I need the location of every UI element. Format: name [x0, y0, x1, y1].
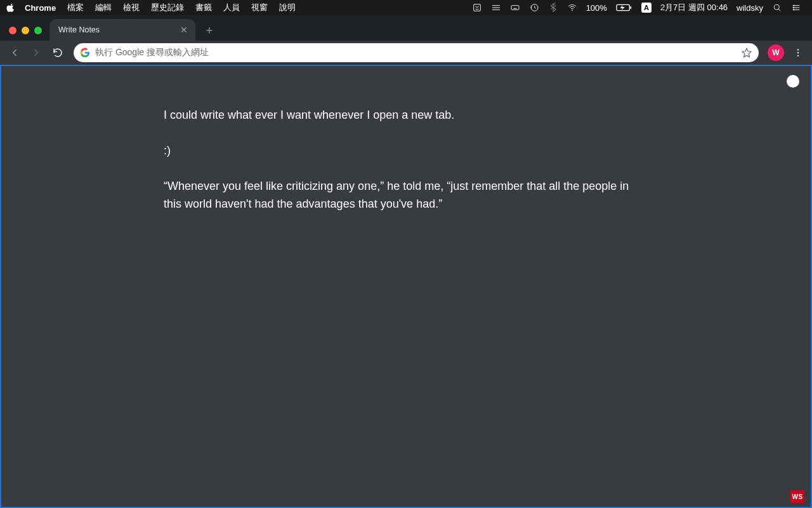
svg-point-12 [797, 55, 799, 56]
corner-badge[interactable]: WS [790, 490, 804, 503]
address-bar[interactable]: 執行 Google 搜尋或輸入網址 [74, 43, 759, 62]
bookmark-star-icon[interactable] [741, 47, 752, 58]
browser-tab-active[interactable]: Write Notes ✕ [49, 19, 195, 41]
new-tab-button[interactable]: ＋ [200, 21, 218, 39]
control-center-icon[interactable] [787, 3, 806, 13]
menu-edit[interactable]: 編輯 [89, 2, 117, 13]
note-paragraph: :) [164, 142, 648, 160]
spotlight-icon[interactable] [768, 3, 787, 13]
battery-icon[interactable] [612, 3, 637, 12]
menu-help[interactable]: 說明 [273, 2, 301, 13]
time-machine-icon[interactable] [525, 3, 544, 13]
theme-toggle-button[interactable] [787, 75, 799, 88]
menubar-username[interactable]: wildsky [732, 3, 768, 13]
window-controls [9, 27, 42, 34]
status-indicator-icon[interactable] [468, 3, 487, 13]
browser-toolbar: 執行 Google 搜尋或輸入網址 W [0, 41, 812, 65]
battery-percent[interactable]: 100% [582, 3, 612, 13]
page-viewport: I could write what ever I want whenever … [0, 65, 812, 508]
menu-file[interactable]: 檔案 [62, 2, 89, 13]
macos-menubar: Chrome 檔案 編輯 檢視 歷史記錄 書籤 人員 視窗 說明 100% [0, 0, 812, 15]
menu-view[interactable]: 檢視 [117, 2, 145, 13]
wifi-icon[interactable] [563, 3, 582, 13]
menu-bookmarks[interactable]: 書籤 [190, 2, 218, 13]
google-icon [80, 48, 90, 58]
note-editor[interactable]: I could write what ever I want whenever … [164, 107, 648, 231]
chrome-window: Write Notes ✕ ＋ 執行 Google 搜尋或輸入網址 [0, 15, 812, 508]
window-minimize-button[interactable] [22, 27, 29, 34]
window-close-button[interactable] [9, 27, 16, 34]
svg-point-3 [572, 10, 573, 11]
tab-close-button[interactable]: ✕ [179, 25, 189, 35]
svg-point-10 [797, 49, 799, 50]
menubar-datetime[interactable]: 2月7日 週四 00:46 [656, 2, 732, 13]
status-lines-icon[interactable] [487, 3, 506, 13]
nav-forward-button[interactable] [27, 43, 46, 62]
svg-rect-5 [630, 6, 631, 9]
window-maximize-button[interactable] [34, 27, 42, 34]
menu-window[interactable]: 視窗 [246, 2, 273, 13]
profile-avatar[interactable]: W [768, 44, 784, 61]
svg-point-9 [793, 9, 794, 10]
tab-title: Write Notes [58, 25, 179, 34]
app-name[interactable]: Chrome [19, 3, 62, 13]
svg-point-11 [797, 52, 799, 53]
svg-point-7 [793, 5, 794, 6]
svg-point-6 [774, 4, 779, 10]
svg-point-8 [793, 7, 794, 8]
note-paragraph: “Whenever you feel like criticizing any … [164, 178, 648, 213]
address-bar-placeholder: 執行 Google 搜尋或輸入網址 [95, 47, 736, 58]
tab-strip: Write Notes ✕ ＋ [0, 15, 812, 41]
keyboard-icon[interactable] [506, 3, 525, 13]
nav-reload-button[interactable] [48, 43, 67, 62]
svg-rect-1 [511, 6, 519, 10]
input-source-indicator[interactable]: A [637, 3, 656, 13]
menu-history[interactable]: 歷史記錄 [145, 2, 190, 13]
apple-menu-icon[interactable] [6, 3, 15, 12]
menu-people[interactable]: 人員 [218, 2, 246, 13]
note-paragraph: I could write what ever I want whenever … [164, 107, 648, 124]
chrome-menu-button[interactable] [789, 44, 807, 62]
nav-back-button[interactable] [5, 43, 24, 62]
bluetooth-icon[interactable] [544, 3, 563, 13]
